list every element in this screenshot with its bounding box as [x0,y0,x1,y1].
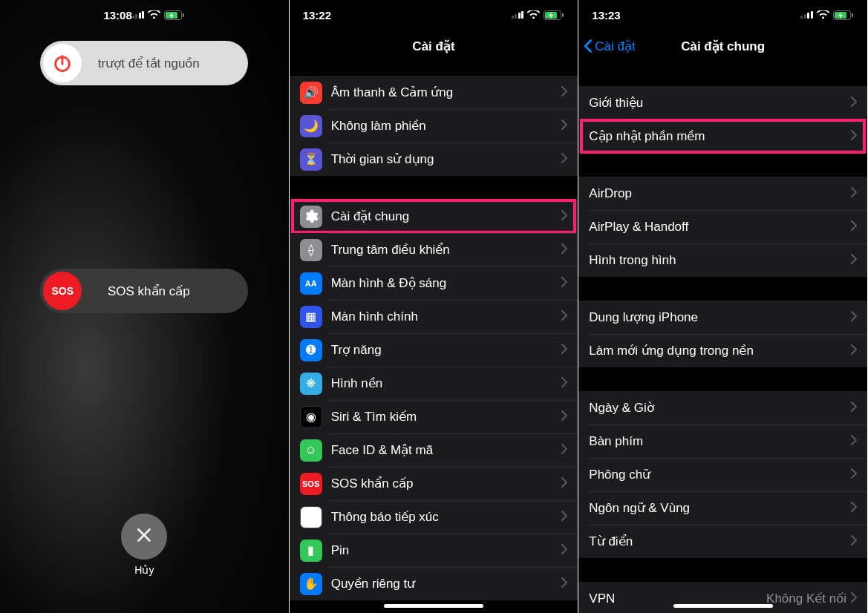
status-bar: 13:23 [578,0,867,30]
row-label: Ngày & Giờ [589,400,851,416]
chevron-right-icon [851,535,857,548]
row-phong-chu[interactable]: Phông chữ [578,458,867,491]
chevron-right-icon [851,435,857,448]
hand-icon: ✋ [300,573,322,595]
row-airplay-handoff[interactable]: AirPlay & Handoff [578,210,867,243]
chevron-right-icon [561,119,567,133]
row-man-hinh-o-sang[interactable]: AAMàn hình & Độ sáng [290,266,578,300]
back-label: Cài đặt [595,39,635,54]
row-label: Quyền riêng tư [331,576,562,591]
row-label: Siri & Tìm kiếm [331,409,562,424]
battery-icon: ▮ [300,540,322,562]
cellular-icon [800,11,813,19]
wifi-icon [148,10,160,19]
wifi-icon [527,10,540,19]
row-gioi-thieu[interactable]: Giới thiệu [578,86,867,119]
row-lam-moi-ung-dung-trong-nen[interactable]: Làm mới ứng dụng trong nền [578,334,867,367]
row-hinh-trong-hinh[interactable]: Hình trong hình [578,243,867,277]
nav-title: Cài đặt [412,39,454,54]
chevron-right-icon [851,401,857,415]
chevron-right-icon [561,310,567,324]
row-dung-luong-iphone[interactable]: Dung lượng iPhone [578,301,867,334]
screen-power-off: 13:08 trượt để tắt nguồn SOS SOS khẩn cấ… [0,0,290,613]
row-trung-tam-ieu-khien[interactable]: ⟠Trung tâm điều khiển [290,233,578,266]
battery-icon [544,10,564,20]
row-thoi-gian-su-dung[interactable]: ⏳Thời gian sử dụng [290,142,578,176]
nav-header: Cài đặt Cài đặt chung [578,30,867,62]
chevron-right-icon [561,86,567,99]
row-vpn[interactable]: VPNKhông Kết nối [578,582,867,613]
row-airdrop[interactable]: AirDrop [578,177,867,210]
row-cai-at-chung[interactable]: Cài đặt chung [290,200,578,233]
row-label: Hình trong hình [589,253,851,268]
status-time: 13:23 [592,9,620,22]
chevron-right-icon [561,277,567,290]
row-thong-bao-tiep-xuc[interactable]: ⚕Thông báo tiếp xúc [290,500,578,534]
hourglass-icon: ⏳ [300,148,322,171]
cancel-button[interactable] [121,514,167,560]
row-am-thanh-cam-ung[interactable]: 🔊Âm thanh & Cảm ứng [290,76,578,109]
home-indicator[interactable] [673,604,773,608]
accessibility-icon: ➊ [300,339,322,361]
cancel-label: Hủy [121,564,167,576]
row-label: Bàn phím [589,434,851,449]
chevron-right-icon [561,344,567,357]
row-label: AirPlay & Handoff [589,220,851,235]
slide-emergency-sos[interactable]: SOS SOS khẩn cấp [40,269,248,313]
AA-icon: AA [300,272,322,295]
row-sos-khan-cap[interactable]: SOSSOS khẩn cấp [290,467,578,500]
row-label: Làm mới ứng dụng trong nền [589,343,851,358]
row-label: Hình nền [331,376,562,391]
chevron-right-icon [561,210,567,223]
row-label: Dung lượng iPhone [589,309,851,325]
gear-icon [300,206,322,228]
row-tu-ien[interactable]: Từ điển [578,525,867,558]
row-ban-phim[interactable]: Bàn phím [578,424,867,458]
chevron-right-icon [561,377,567,390]
row-label: Cập nhật phần mềm [589,128,851,144]
nav-title: Cài đặt chung [681,39,765,54]
row-khong-lam-phien[interactable]: 🌙Không làm phiền [290,109,578,142]
row-tro-nang[interactable]: ➊Trợ năng [290,333,578,367]
row-label: Không làm phiền [331,118,562,134]
row-label: Trung tâm điều khiển [331,242,562,258]
row-label: Giới thiệu [589,95,851,111]
row-face-id-mat-ma[interactable]: ☺Face ID & Mật mã [290,433,578,467]
row-cap-nhat-phan-mem[interactable]: Cập nhật phần mềm [578,119,867,153]
screen-settings: 13:22 Cài đặt 🔊Âm thanh & Cảm ứng🌙Không … [290,0,579,613]
row-ngon-ngu-vung[interactable]: Ngôn ngữ & Vùng [578,491,867,525]
row-label: Thông báo tiếp xúc [331,509,562,525]
row-label: Trợ năng [331,342,562,358]
chevron-right-icon [851,254,857,267]
chevron-right-icon [561,577,567,591]
row-hinh-nen[interactable]: ❋Hình nền [290,367,578,400]
chevron-right-icon [851,502,857,515]
row-label: Ngôn ngữ & Vùng [589,500,851,516]
row-pin[interactable]: ▮Pin [290,534,578,567]
chevron-right-icon [561,410,567,424]
row-label: Từ điển [589,534,851,549]
chevron-right-icon [851,311,857,324]
home-indicator[interactable] [384,604,483,608]
slide-to-power-off[interactable]: trượt để tắt nguồn [40,41,248,85]
status-bar: 13:08 [90,0,198,30]
exposure-icon: ⚕ [300,506,322,528]
chevron-right-icon [561,477,567,491]
chevron-right-icon [851,130,857,143]
chevron-right-icon [561,243,567,257]
switches-icon: ⟠ [300,239,322,261]
battery-icon [833,10,854,20]
close-icon [134,525,154,548]
grid-icon: ▦ [300,306,322,328]
row-label: Face ID & Mật mã [331,442,562,458]
row-man-hinh-chinh[interactable]: ▦Màn hình chính [290,300,578,333]
chevron-right-icon [851,220,857,234]
row-quyen-rieng-tu[interactable]: ✋Quyền riêng tư [290,567,578,600]
row-ngay-gio[interactable]: Ngày & Giờ [578,391,867,424]
moon-icon: 🌙 [300,115,322,137]
row-label: SOS khẩn cấp [331,476,562,491]
cellular-icon [512,11,524,19]
row-siri-tim-kiem[interactable]: ◉Siri & Tìm kiếm [290,400,578,433]
chevron-right-icon [561,153,567,166]
back-button[interactable]: Cài đặt [584,30,635,62]
